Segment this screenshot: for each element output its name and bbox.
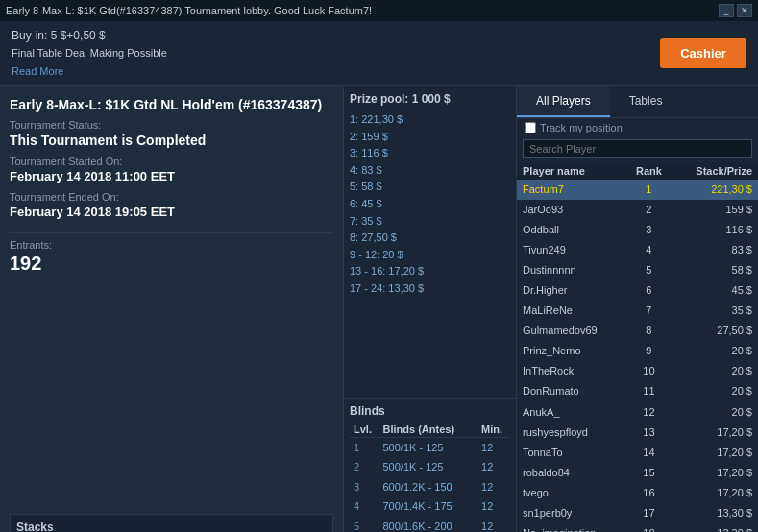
prize-list-item: 2: 159 $	[350, 129, 510, 146]
blinds-cell: 12	[477, 517, 510, 532]
blinds-row: 3600/1.2K - 15012	[350, 477, 510, 497]
blinds-row: 5800/1.6K - 20012	[350, 517, 510, 532]
player-name: Tivun249	[517, 240, 625, 260]
close-button[interactable]: ✕	[737, 4, 752, 17]
started-label: Tournament Started On:	[10, 156, 333, 167]
table-row[interactable]: Dustinnnnn558 $	[517, 260, 758, 280]
read-more-link[interactable]: Read More	[12, 65, 660, 77]
table-row[interactable]: rushyespfloyd1317,20 $	[517, 423, 758, 443]
table-row[interactable]: Tivun249483 $	[517, 240, 758, 260]
prize-list-item: 9 - 12: 20 $	[350, 247, 510, 264]
blinds-cell: 12	[477, 477, 510, 497]
table-row[interactable]: Oddball3116 $	[517, 220, 758, 240]
player-rank: 6	[625, 280, 672, 301]
final-table-text: Final Table Deal Making Possible	[12, 47, 660, 59]
players-col-header: Player name	[517, 162, 625, 180]
status-label: Tournament Status:	[10, 119, 333, 131]
track-checkbox[interactable]	[525, 122, 536, 133]
table-row[interactable]: InTheRock1020 $	[517, 361, 758, 381]
prize-list: 1: 221,30 $2: 159 $3: 116 $4: 83 $5: 58 …	[350, 111, 510, 388]
blinds-cell: 600/1.2K - 150	[379, 477, 478, 497]
table-row[interactable]: Prinz_Nemo920 $	[517, 341, 758, 361]
table-row[interactable]: MaLiReNe735 $	[517, 301, 758, 321]
table-row[interactable]: AnukA_1220 $	[517, 402, 758, 423]
prize-list-item: 7: 35 $	[350, 213, 510, 230]
player-name: sn1perb0y	[517, 503, 625, 523]
prize-list-item: 4: 83 $	[350, 162, 510, 180]
ended-label: Tournament Ended On:	[10, 191, 333, 203]
minimize-button[interactable]: _	[719, 4, 734, 17]
table-row[interactable]: No_imagination1813,30 $	[517, 523, 758, 532]
tab-tables[interactable]: Tables	[610, 86, 682, 117]
player-stack: 20 $	[672, 361, 758, 381]
stacks-section: Stacks Chips in Play: 0 Max Re-entries 1…	[10, 514, 333, 532]
player-stack: 159 $	[672, 200, 758, 220]
table-row[interactable]: Dr.Higher645 $	[517, 280, 758, 301]
header-info: Buy-in: 5 $+0,50 $ Final Table Deal Maki…	[12, 29, 660, 78]
player-rank: 17	[625, 503, 672, 523]
blinds-table-container: Lvl.Blinds (Antes)Min. 1500/1K - 1251225…	[350, 422, 510, 532]
table-row[interactable]: sn1perb0y1713,30 $	[517, 503, 758, 523]
blinds-table: Lvl.Blinds (Antes)Min. 1500/1K - 1251225…	[350, 422, 510, 532]
table-row[interactable]: Factum71221,30 $	[517, 180, 758, 200]
player-rank: 18	[625, 523, 672, 532]
blinds-cell: 700/1.4K - 175	[379, 496, 478, 517]
blinds-cell: 2	[350, 457, 379, 477]
table-row[interactable]: tvego1617,20 $	[517, 483, 758, 503]
track-row: Track my position	[517, 118, 758, 137]
blinds-area: Blinds Lvl.Blinds (Antes)Min. 1500/1K - …	[344, 399, 516, 532]
player-name: No_imagination	[517, 523, 625, 532]
blinds-cell: 3	[350, 477, 379, 497]
player-name: robaldo84	[517, 463, 625, 483]
blinds-row: 2500/1K - 12512	[350, 457, 510, 477]
players-table: Player nameRankStack/Prize Factum71221,3…	[517, 162, 758, 532]
player-name: Factum7	[517, 180, 625, 200]
buyin-text: Buy-in: 5 $+0,50 $	[12, 29, 660, 42]
prize-header: Prize pool: 1 000 $	[350, 92, 510, 106]
player-stack: 13,30 $	[672, 523, 758, 532]
cashier-button[interactable]: Cashier	[660, 38, 746, 68]
table-row[interactable]: JarOo932159 $	[517, 200, 758, 220]
entrants-label: Entrants:	[10, 239, 333, 251]
player-rank: 5	[625, 260, 672, 280]
header-row: Buy-in: 5 $+0,50 $ Final Table Deal Maki…	[0, 21, 758, 86]
table-row[interactable]: TonnаTo1417,20 $	[517, 443, 758, 463]
blinds-cell: 12	[477, 496, 510, 517]
player-stack: 17,20 $	[672, 423, 758, 443]
title-bar: Early 8-Max-L: $1K Gtd(#163374387) Tourn…	[0, 0, 758, 21]
player-name: MaLiReNe	[517, 301, 625, 321]
player-stack: 20 $	[672, 381, 758, 401]
blinds-col-header: Min.	[477, 422, 510, 438]
blinds-row: 4700/1.4K - 17512	[350, 496, 510, 517]
blinds-cell: 800/1.6K - 200	[379, 517, 478, 532]
table-row[interactable]: robaldo841517,20 $	[517, 463, 758, 483]
player-rank: 10	[625, 361, 672, 381]
started-value: February 14 2018 11:00 EET	[10, 169, 333, 183]
search-input[interactable]	[523, 139, 752, 158]
tab-all-players[interactable]: All Players	[517, 86, 610, 117]
left-section: Early 8-Max-L: $1K Gtd NL Hold'em (#1633…	[0, 86, 344, 532]
prize-list-item: 8: 27,50 $	[350, 230, 510, 247]
stacks-title: Stacks	[16, 520, 327, 532]
player-name: TonnаTo	[517, 443, 625, 463]
players-col-header: Rank	[625, 162, 672, 180]
player-name: Oddball	[517, 220, 625, 240]
prize-list-item: 5: 58 $	[350, 179, 510, 196]
blinds-cell: 12	[477, 437, 510, 457]
player-rank: 3	[625, 220, 672, 240]
tabs-row: All Players Tables	[517, 86, 758, 118]
blinds-cell: 12	[477, 457, 510, 477]
players-col-header: Stack/Prize	[672, 162, 758, 180]
player-stack: 45 $	[672, 280, 758, 301]
player-stack: 13,30 $	[672, 503, 758, 523]
middle-content: Early 8-Max-L: $1K Gtd NL Hold'em (#1633…	[0, 86, 758, 532]
blinds-cell: 5	[350, 517, 379, 532]
player-stack: 58 $	[672, 260, 758, 280]
table-row[interactable]: DonRumato1120 $	[517, 381, 758, 401]
player-name: DonRumato	[517, 381, 625, 401]
table-row[interactable]: Gulmamedov69827,50 $	[517, 321, 758, 341]
ended-value: February 14 2018 19:05 EET	[10, 205, 333, 219]
player-rank: 11	[625, 381, 672, 401]
prize-area: Prize pool: 1 000 $ 1: 221,30 $2: 159 $3…	[344, 86, 516, 399]
players-table-container: Player nameRankStack/Prize Factum71221,3…	[517, 162, 758, 532]
